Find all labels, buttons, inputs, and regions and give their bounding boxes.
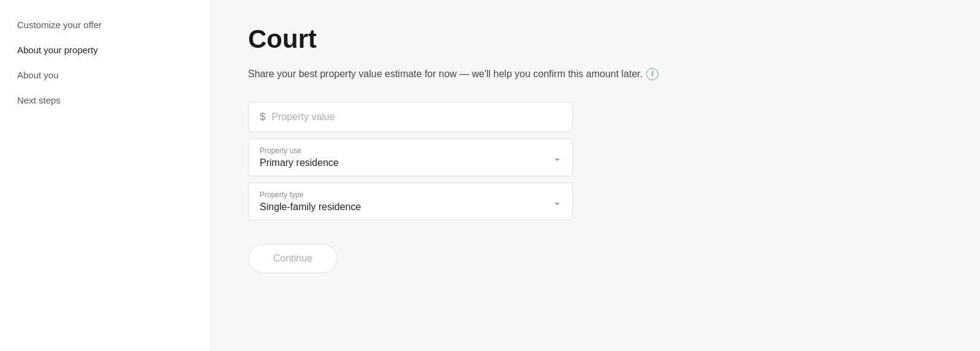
property-value-wrapper: $ xyxy=(248,102,573,132)
property-use-label: Property use xyxy=(260,146,561,155)
sidebar-item-about-you[interactable]: About you xyxy=(15,62,196,88)
property-value-input[interactable] xyxy=(271,111,561,123)
sidebar-item-customize-your-offer[interactable]: Customize your offer xyxy=(15,12,196,37)
chevron-down-icon: ⌄ xyxy=(554,197,561,206)
sidebar: Customize your offer About your property… xyxy=(0,0,211,351)
chevron-down-icon: ⌄ xyxy=(554,153,561,162)
page-title: Court xyxy=(248,25,943,54)
main-content: Court Share your best property value est… xyxy=(211,0,980,351)
property-type-label: Property type xyxy=(260,191,561,199)
sidebar-item-next-steps[interactable]: Next steps xyxy=(15,88,196,113)
property-use-select[interactable]: Property use Primary residence ⌄ xyxy=(248,138,573,176)
dollar-sign: $ xyxy=(260,111,265,123)
sidebar-item-about-your-property[interactable]: About your property xyxy=(15,37,196,62)
property-use-value: Primary residence xyxy=(260,157,561,168)
info-icon[interactable]: i xyxy=(646,68,658,80)
continue-button[interactable]: Continue xyxy=(248,244,337,273)
description-part1: Share your best property value estimate … xyxy=(248,66,643,82)
form-container: $ Property use Primary residence ⌄ Prope… xyxy=(248,102,573,273)
property-type-value: Single-family residence xyxy=(260,202,561,213)
description-text: Share your best property value estimate … xyxy=(248,66,943,82)
property-type-select[interactable]: Property type Single-family residence ⌄ xyxy=(248,183,573,221)
